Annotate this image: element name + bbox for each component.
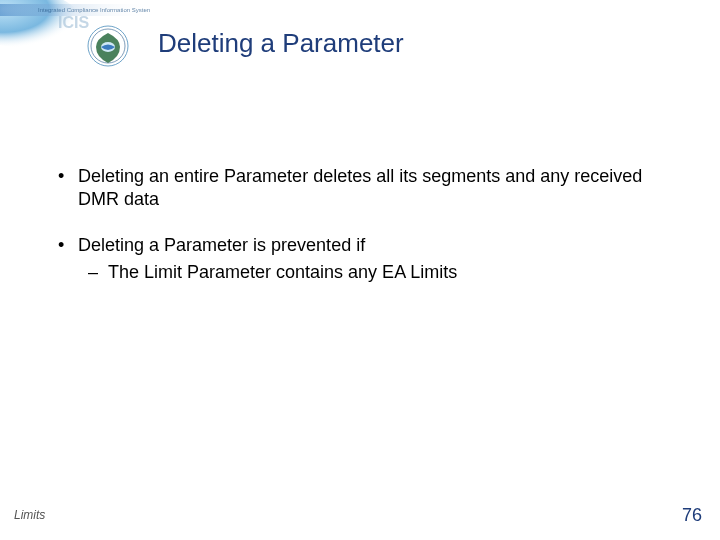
sub-bullet-item: The Limit Parameter contains any EA Limi… bbox=[78, 261, 672, 284]
sub-bullet-list: The Limit Parameter contains any EA Limi… bbox=[78, 261, 672, 284]
header-graphic: Integrated Compliance Information System… bbox=[0, 0, 150, 80]
bullet-item: Deleting a Parameter is prevented if The… bbox=[48, 234, 672, 283]
bullet-text: Deleting an entire Parameter deletes all… bbox=[78, 166, 642, 209]
svg-text:Integrated Compliance Informat: Integrated Compliance Information System bbox=[38, 7, 150, 13]
footer-section-label: Limits bbox=[14, 508, 45, 522]
content-area: Deleting an entire Parameter deletes all… bbox=[48, 165, 672, 307]
sub-bullet-text: The Limit Parameter contains any EA Limi… bbox=[108, 262, 457, 282]
bullet-text: Deleting a Parameter is prevented if bbox=[78, 235, 365, 255]
header-band: Integrated Compliance Information System… bbox=[0, 0, 720, 80]
svg-text:ICIS: ICIS bbox=[58, 14, 89, 31]
page-number: 76 bbox=[682, 505, 702, 526]
slide-title: Deleting a Parameter bbox=[158, 28, 404, 59]
bullet-item: Deleting an entire Parameter deletes all… bbox=[48, 165, 672, 210]
bullet-list: Deleting an entire Parameter deletes all… bbox=[48, 165, 672, 283]
